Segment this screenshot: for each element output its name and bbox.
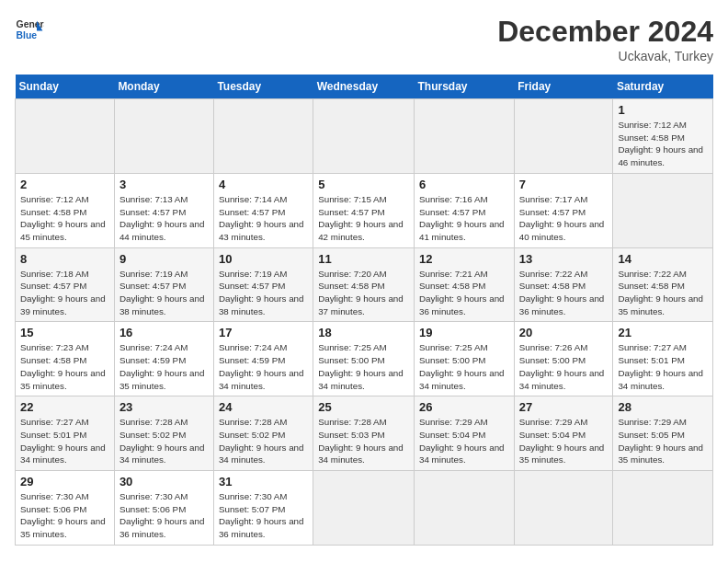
calendar-cell (313, 471, 415, 546)
calendar-cell: 17Sunrise: 7:24 AMSunset: 4:59 PMDayligh… (213, 322, 313, 396)
calendar-cell: 27Sunrise: 7:29 AMSunset: 5:04 PMDayligh… (514, 396, 613, 471)
calendar-cell: 24Sunrise: 7:28 AMSunset: 5:02 PMDayligh… (213, 396, 313, 471)
day-of-week-header: Wednesday (313, 75, 415, 99)
day-info: Sunrise: 7:28 AMSunset: 5:02 PMDaylight:… (219, 416, 308, 466)
day-of-week-header: Tuesday (213, 75, 313, 99)
day-number: 31 (219, 475, 308, 488)
day-info: Sunrise: 7:22 AMSunset: 4:58 PMDaylight:… (618, 268, 708, 318)
day-number: 22 (20, 400, 109, 414)
day-number: 7 (519, 178, 609, 191)
calendar-week-row: 1Sunrise: 7:12 AMSunset: 4:58 PMDaylight… (16, 99, 713, 174)
day-info: Sunrise: 7:29 AMSunset: 5:05 PMDaylight:… (618, 416, 708, 466)
calendar-cell (514, 99, 613, 174)
day-of-week-header: Friday (514, 75, 613, 99)
calendar-cell (613, 173, 713, 247)
day-info: Sunrise: 7:27 AMSunset: 5:01 PMDaylight:… (20, 416, 109, 466)
calendar-week-row: 15Sunrise: 7:23 AMSunset: 4:58 PMDayligh… (16, 322, 713, 396)
calendar-week-row: 8Sunrise: 7:18 AMSunset: 4:57 PMDaylight… (16, 247, 713, 322)
day-info: Sunrise: 7:26 AMSunset: 5:00 PMDaylight:… (519, 341, 609, 392)
day-number: 4 (219, 178, 308, 191)
day-number: 17 (219, 326, 308, 339)
calendar-cell: 15Sunrise: 7:23 AMSunset: 4:58 PMDayligh… (16, 322, 115, 396)
day-info: Sunrise: 7:23 AMSunset: 4:58 PMDaylight:… (20, 341, 109, 392)
day-number: 1 (618, 103, 708, 117)
calendar-cell: 25Sunrise: 7:28 AMSunset: 5:03 PMDayligh… (313, 396, 415, 471)
day-number: 5 (318, 178, 409, 191)
calendar-cell (213, 99, 313, 174)
day-number: 2 (20, 178, 109, 191)
day-info: Sunrise: 7:20 AMSunset: 4:58 PMDaylight:… (318, 268, 409, 318)
day-number: 12 (419, 252, 509, 266)
calendar-cell (313, 99, 415, 174)
day-info: Sunrise: 7:28 AMSunset: 5:02 PMDaylight:… (119, 416, 209, 466)
day-number: 19 (419, 326, 509, 339)
calendar-cell: 11Sunrise: 7:20 AMSunset: 4:58 PMDayligh… (313, 247, 415, 322)
calendar-cell: 18Sunrise: 7:25 AMSunset: 5:00 PMDayligh… (313, 322, 415, 396)
calendar-cell: 31Sunrise: 7:30 AMSunset: 5:07 PMDayligh… (213, 471, 313, 546)
calendar-cell: 10Sunrise: 7:19 AMSunset: 4:57 PMDayligh… (213, 247, 313, 322)
calendar-cell: 8Sunrise: 7:18 AMSunset: 4:57 PMDaylight… (16, 247, 115, 322)
calendar-cell: 23Sunrise: 7:28 AMSunset: 5:02 PMDayligh… (114, 396, 213, 471)
day-number: 10 (219, 252, 308, 266)
calendar-cell: 4Sunrise: 7:14 AMSunset: 4:57 PMDaylight… (213, 173, 313, 247)
calendar-cell: 21Sunrise: 7:27 AMSunset: 5:01 PMDayligh… (613, 322, 713, 396)
calendar-cell: 9Sunrise: 7:19 AMSunset: 4:57 PMDaylight… (114, 247, 213, 322)
calendar-cell (613, 471, 713, 546)
day-info: Sunrise: 7:18 AMSunset: 4:57 PMDaylight:… (20, 268, 109, 318)
day-number: 6 (419, 178, 509, 191)
calendar-cell: 20Sunrise: 7:26 AMSunset: 5:00 PMDayligh… (514, 322, 613, 396)
location: Uckavak, Turkey (497, 49, 713, 63)
calendar-cell: 7Sunrise: 7:17 AMSunset: 4:57 PMDaylight… (514, 173, 613, 247)
day-info: Sunrise: 7:13 AMSunset: 4:57 PMDaylight:… (119, 193, 209, 244)
calendar-cell: 30Sunrise: 7:30 AMSunset: 5:06 PMDayligh… (114, 471, 213, 546)
calendar-cell (414, 471, 514, 546)
day-of-week-header: Saturday (613, 75, 713, 99)
day-info: Sunrise: 7:29 AMSunset: 5:04 PMDaylight:… (519, 416, 609, 466)
logo: General Blue (15, 15, 44, 44)
day-number: 11 (318, 252, 409, 266)
calendar-week-row: 22Sunrise: 7:27 AMSunset: 5:01 PMDayligh… (16, 396, 713, 471)
logo-icon: General Blue (15, 15, 44, 44)
day-number: 16 (119, 326, 209, 339)
svg-text:Blue: Blue (17, 30, 38, 40)
calendar-cell: 14Sunrise: 7:22 AMSunset: 4:58 PMDayligh… (613, 247, 713, 322)
calendar-week-row: 2Sunrise: 7:12 AMSunset: 4:58 PMDaylight… (16, 173, 713, 247)
day-info: Sunrise: 7:12 AMSunset: 4:58 PMDaylight:… (20, 193, 109, 244)
day-info: Sunrise: 7:24 AMSunset: 4:59 PMDaylight:… (119, 341, 209, 392)
day-info: Sunrise: 7:27 AMSunset: 5:01 PMDaylight:… (618, 341, 708, 392)
day-info: Sunrise: 7:16 AMSunset: 4:57 PMDaylight:… (419, 193, 509, 244)
day-number: 23 (119, 400, 209, 414)
day-info: Sunrise: 7:15 AMSunset: 4:57 PMDaylight:… (318, 193, 409, 244)
calendar-cell (414, 99, 514, 174)
day-number: 27 (519, 400, 609, 414)
calendar-cell: 13Sunrise: 7:22 AMSunset: 4:58 PMDayligh… (514, 247, 613, 322)
day-number: 13 (519, 252, 609, 266)
calendar-table: SundayMondayTuesdayWednesdayThursdayFrid… (15, 75, 713, 546)
day-info: Sunrise: 7:22 AMSunset: 4:58 PMDaylight:… (519, 268, 609, 318)
calendar-cell: 1Sunrise: 7:12 AMSunset: 4:58 PMDaylight… (613, 99, 713, 174)
day-of-week-header: Thursday (414, 75, 514, 99)
day-of-week-header: Monday (114, 75, 213, 99)
calendar-cell (114, 99, 213, 174)
day-info: Sunrise: 7:19 AMSunset: 4:57 PMDaylight:… (219, 268, 308, 318)
day-of-week-header: Sunday (16, 75, 115, 99)
day-info: Sunrise: 7:28 AMSunset: 5:03 PMDaylight:… (318, 416, 409, 466)
day-number: 21 (618, 326, 708, 339)
calendar-cell: 29Sunrise: 7:30 AMSunset: 5:06 PMDayligh… (16, 471, 115, 546)
day-info: Sunrise: 7:17 AMSunset: 4:57 PMDaylight:… (519, 193, 609, 244)
day-info: Sunrise: 7:30 AMSunset: 5:06 PMDaylight:… (20, 490, 109, 541)
header-row: SundayMondayTuesdayWednesdayThursdayFrid… (16, 75, 713, 99)
day-number: 20 (519, 326, 609, 339)
day-number: 15 (20, 326, 109, 339)
calendar-cell (16, 99, 115, 174)
day-number: 30 (119, 475, 209, 488)
day-info: Sunrise: 7:19 AMSunset: 4:57 PMDaylight:… (119, 268, 209, 318)
calendar-cell: 16Sunrise: 7:24 AMSunset: 4:59 PMDayligh… (114, 322, 213, 396)
day-info: Sunrise: 7:25 AMSunset: 5:00 PMDaylight:… (318, 341, 409, 392)
calendar-cell: 26Sunrise: 7:29 AMSunset: 5:04 PMDayligh… (414, 396, 514, 471)
day-number: 3 (119, 178, 209, 191)
title-block: December 2024 Uckavak, Turkey (497, 15, 713, 63)
day-info: Sunrise: 7:25 AMSunset: 5:00 PMDaylight:… (419, 341, 509, 392)
calendar-cell (514, 471, 613, 546)
calendar-cell: 28Sunrise: 7:29 AMSunset: 5:05 PMDayligh… (613, 396, 713, 471)
